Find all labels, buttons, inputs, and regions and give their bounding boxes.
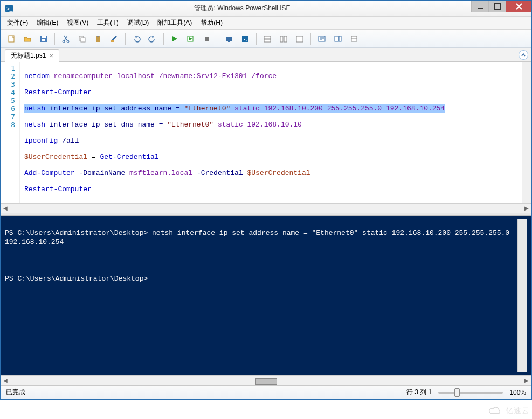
- run-button[interactable]: [167, 32, 182, 46]
- menu-addons[interactable]: 附加工具(A): [153, 17, 196, 29]
- toolbox-button[interactable]: [347, 32, 362, 46]
- tab-bar: 无标题1.ps1 ✕: [1, 48, 531, 62]
- svg-rect-20: [264, 36, 271, 39]
- svg-rect-13: [97, 36, 99, 37]
- layout-script-only-button[interactable]: [292, 32, 307, 46]
- svg-rect-6: [42, 36, 46, 38]
- stop-button[interactable]: [199, 32, 215, 46]
- run-selection-button[interactable]: [183, 32, 198, 46]
- redo-button[interactable]: [145, 32, 160, 46]
- console-output[interactable]: PS C:\Users\Administrator\Desktop> netsh…: [5, 219, 517, 372]
- clear-button[interactable]: [107, 32, 122, 46]
- show-command-button[interactable]: [314, 32, 329, 46]
- toolbar: [1, 30, 531, 48]
- editor-vertical-scrollbar[interactable]: [522, 62, 531, 203]
- menu-file[interactable]: 文件(F): [3, 17, 32, 29]
- close-button[interactable]: [506, 1, 531, 12]
- powershell-tab-button[interactable]: [238, 32, 253, 46]
- tab-label: 无标题1.ps1: [11, 51, 46, 60]
- layout-horizontal-button[interactable]: [260, 32, 275, 46]
- svg-rect-26: [335, 36, 338, 41]
- svg-rect-7: [42, 39, 45, 41]
- script-tab[interactable]: 无标题1.ps1 ✕: [5, 49, 59, 62]
- open-file-button[interactable]: [20, 32, 35, 46]
- title-bar: >_ 管理员: Windows PowerShell ISE: [1, 1, 531, 17]
- svg-rect-11: [81, 38, 85, 42]
- svg-rect-14: [111, 40, 114, 42]
- line-gutter: 1 2 3 4 5 6 7 8: [1, 62, 20, 203]
- window-title: 管理员: Windows PowerShell ISE: [13, 4, 471, 13]
- menu-debug[interactable]: 调试(D): [123, 17, 154, 29]
- zoom-value: 100%: [509, 389, 526, 396]
- cut-button[interactable]: [58, 32, 73, 46]
- console-vertical-scrollbar[interactable]: [517, 219, 527, 372]
- menu-bar: 文件(F) 编辑(E) 视图(V) 工具(T) 调试(D) 附加工具(A) 帮助…: [1, 17, 531, 30]
- menu-edit[interactable]: 编辑(E): [32, 17, 63, 29]
- app-icon: >_: [5, 4, 13, 13]
- menu-tools[interactable]: 工具(T): [93, 17, 122, 29]
- save-button[interactable]: [36, 32, 51, 46]
- layout-vertical-button[interactable]: [276, 32, 291, 46]
- svg-text:>_: >_: [6, 6, 13, 12]
- new-remote-button[interactable]: [222, 32, 237, 46]
- cursor-position: 行 3 列 1: [406, 388, 432, 397]
- collapse-script-pane-button[interactable]: [519, 50, 528, 60]
- svg-rect-21: [264, 39, 271, 42]
- svg-rect-18: [228, 41, 230, 42]
- svg-rect-4: [9, 36, 14, 42]
- svg-rect-17: [226, 37, 232, 41]
- minimize-button[interactable]: [471, 1, 488, 12]
- maximize-button[interactable]: [488, 1, 506, 12]
- tab-close-icon[interactable]: ✕: [49, 53, 53, 59]
- svg-rect-28: [351, 36, 357, 41]
- svg-rect-27: [339, 36, 341, 41]
- svg-rect-22: [280, 36, 283, 42]
- copy-button[interactable]: [74, 32, 89, 46]
- watermark: 亿速云: [487, 406, 530, 416]
- status-text: 已完成: [6, 388, 25, 397]
- undo-button[interactable]: [129, 32, 144, 46]
- menu-help[interactable]: 帮助(H): [196, 17, 227, 29]
- svg-rect-24: [296, 36, 303, 42]
- svg-point-8: [63, 40, 65, 43]
- show-command-addon-button[interactable]: [330, 32, 346, 46]
- menu-view[interactable]: 视图(V): [63, 17, 93, 29]
- svg-point-9: [67, 40, 69, 43]
- svg-rect-2: [478, 8, 483, 9]
- svg-rect-23: [284, 36, 287, 42]
- svg-rect-3: [495, 4, 500, 9]
- console-horizontal-scrollbar[interactable]: ◀ ▶: [1, 375, 531, 385]
- editor-horizontal-scrollbar[interactable]: ◀▶: [1, 203, 531, 213]
- paste-button[interactable]: [91, 32, 106, 46]
- console-pane[interactable]: PS C:\Users\Administrator\Desktop> netsh…: [1, 216, 531, 385]
- zoom-slider[interactable]: [438, 392, 503, 394]
- new-file-button[interactable]: [4, 32, 19, 46]
- status-bar: 已完成 行 3 列 1 100%: [1, 385, 531, 399]
- code-area[interactable]: netdom renamecomputer localhost /newname…: [20, 62, 522, 203]
- svg-rect-16: [205, 37, 209, 41]
- script-editor[interactable]: 1 2 3 4 5 6 7 8 netdom renamecomputer lo…: [1, 62, 531, 213]
